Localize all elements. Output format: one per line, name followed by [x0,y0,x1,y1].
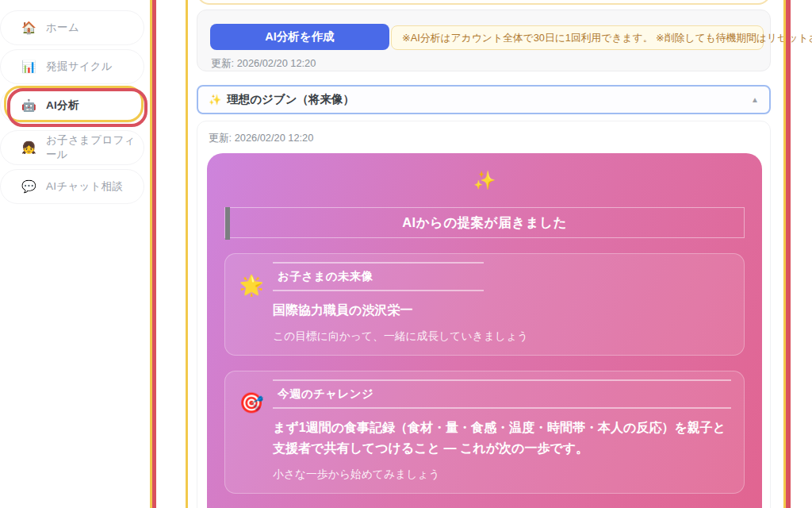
divider [273,290,484,291]
header-accent-bar [225,207,230,240]
updated-timestamp: 更新: 2026/02/20 12:20 [209,132,760,145]
sidebar-item-home[interactable]: 🏠 ホーム [0,10,144,45]
child-icon: 👧 [21,140,36,155]
sidebar-item-ai-chat[interactable]: 💬 AIチャット相談 [0,169,144,204]
sidebar-item-label: ホーム [46,21,79,35]
sparkles-icon: ✨ [209,94,221,106]
sparkles-icon: ✨ [224,170,745,195]
bar-chart-icon: 📊 [21,60,36,74]
sidebar: 🏠 ホーム 📊 発掘サイクル 🤖 AI分析 👧 お子さまプロフィール 💬 AIチ… [0,0,149,508]
sidebar-item-child-profile[interactable]: 👧 お子さまプロフィール [0,130,144,165]
annotation-line-yellow-left-outer [150,0,152,508]
block-text: 国際協力職員の渋沢栄一 [273,300,731,321]
sidebar-item-label: 発掘サイクル [46,60,113,74]
collapse-arrow-icon[interactable]: ▲ [751,95,759,104]
block-title: お子さまの未来像 [278,269,731,284]
divider [273,379,731,381]
robot-icon: 🤖 [21,98,36,113]
sidebar-item-label: AI分析 [46,98,79,113]
divider [273,407,731,409]
suggestion-block-future-image: 🌟 お子さまの未来像 国際協力職員の渋沢栄一 この目標に向かって、一緒に成長して… [224,253,745,356]
ai-suggestion-card: ✨ AIからの提案が届きました 🌟 お子さまの未来像 国際協力職員の渋沢栄一 こ… [207,153,762,508]
main-content: AI分析を作成 ※AI分析はアカウント全体で30日に1回利用できます。 ※削除し… [197,0,772,508]
speech-balloon-icon: 💬 [21,179,36,194]
block-title: 今週のチャレンジ [278,387,731,402]
annotation-line-red-right [786,0,791,508]
block-subtext: 小さな一歩から始めてみましょう [273,468,731,482]
ai-analysis-actions-card: AI分析を作成 ※AI分析はアカウント全体で30日に1回利用できます。 ※削除し… [197,10,771,71]
sidebar-item-discovery-cycle[interactable]: 📊 発掘サイクル [0,49,144,84]
previous-card-edge [197,0,771,5]
suggestion-header: AIからの提案が届きました [224,207,745,238]
sidebar-item-label: AIチャット相談 [46,179,123,194]
annotation-line-red-left [152,0,156,508]
section-header-ideal-self[interactable]: ✨ 理想のジブン（将来像） ▲ [197,85,771,114]
usage-limit-notice: ※AI分析はアカウント全体で30日に1回利用できます。 ※削除しても待機期間はリ… [391,25,764,50]
annotation-line-yellow-left-inner [186,0,188,508]
block-text: まず1週間の食事記録（食材・量・食感・温度・時間帯・本人の反応）を親子と支援者で… [273,418,731,459]
annotation-line-yellow-right [783,0,786,508]
sidebar-item-label: お子さまプロフィール [46,133,144,162]
sidebar-item-ai-analysis[interactable]: 🤖 AI分析 [0,88,144,123]
divider [273,262,484,264]
section-body-ideal-self: 更新: 2026/02/20 12:20 ✨ AIからの提案が届きました 🌟 お… [197,121,771,508]
create-ai-analysis-button[interactable]: AI分析を作成 [210,24,389,50]
glowing-star-icon: 🌟 [238,262,265,344]
block-content: 今週のチャレンジ まず1週間の食事記録（食材・量・食感・温度・時間帯・本人の反応… [273,379,731,482]
target-icon: 🎯 [238,379,265,482]
section-title: 理想のジブン（将来像） [227,92,354,107]
updated-timestamp: 更新: 2026/02/20 12:20 [211,57,316,71]
block-content: お子さまの未来像 国際協力職員の渋沢栄一 この目標に向かって、一緒に成長していき… [273,262,731,344]
home-icon: 🏠 [21,21,36,35]
suggestion-header-title: AIからの提案が届きました [402,214,567,232]
block-subtext: この目標に向かって、一緒に成長していきましょう [273,329,731,344]
suggestion-block-weekly-challenge: 🎯 今週のチャレンジ まず1週間の食事記録（食材・量・食感・温度・時間帯・本人の… [224,371,745,494]
